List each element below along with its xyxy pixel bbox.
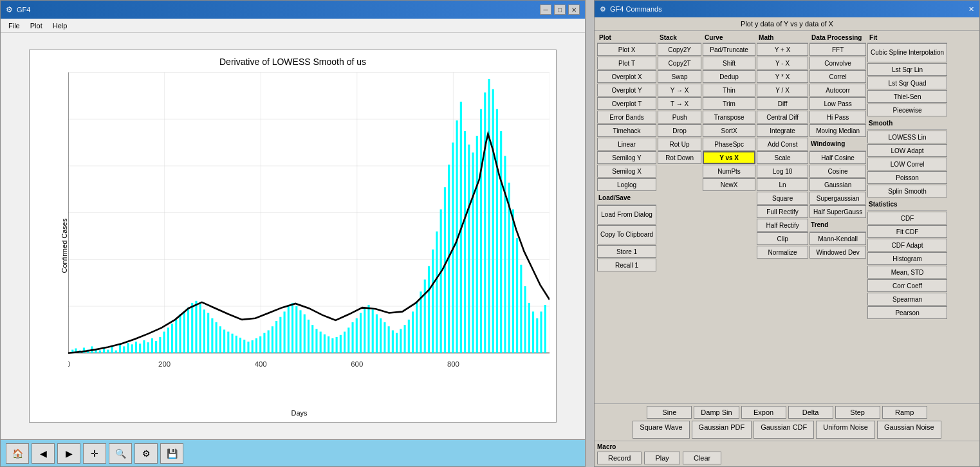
sortx-button[interactable]: SortX xyxy=(703,124,755,137)
push-button[interactable]: Push xyxy=(658,111,701,124)
cosine-button[interactable]: Cosine xyxy=(809,165,866,178)
half-rectify-button[interactable]: Half Rectify xyxy=(757,219,808,232)
mann-kendall-button[interactable]: Mann-Kendall xyxy=(809,232,866,245)
mean-std-button[interactable]: Mean, STD xyxy=(867,266,947,279)
central-diff-button[interactable]: Central Diff xyxy=(757,111,808,124)
linear-button[interactable]: Linear xyxy=(597,138,656,151)
cdf-button[interactable]: CDF xyxy=(867,212,947,224)
square-wave-button[interactable]: Square Wave xyxy=(633,421,689,439)
histogram-button[interactable]: Histogram xyxy=(867,252,947,265)
fft-button[interactable]: FFT xyxy=(809,43,866,56)
add-const-button[interactable]: Add Const xyxy=(757,138,808,151)
clear-button[interactable]: Clear xyxy=(683,452,721,464)
hi-pass-button[interactable]: Hi Pass xyxy=(809,111,866,124)
full-rectify-button[interactable]: Full Rectify xyxy=(757,205,808,218)
damp-sin-button[interactable]: Damp Sin xyxy=(694,406,739,419)
clip-button[interactable]: Clip xyxy=(757,232,808,245)
loglog-button[interactable]: Loglog xyxy=(597,178,656,191)
cdf-adapt-button[interactable]: CDF Adapt xyxy=(867,239,947,252)
t-to-x-button[interactable]: T → X xyxy=(658,97,701,110)
diff-button[interactable]: Diff xyxy=(757,97,808,110)
pad-truncate-button[interactable]: Pad/Truncate xyxy=(703,43,755,56)
gaussian-cdf-button[interactable]: Gaussian CDF xyxy=(753,421,814,439)
semilog-y-button[interactable]: Semilog Y xyxy=(597,151,656,164)
ramp-button[interactable]: Ramp xyxy=(882,406,927,419)
moving-median-button[interactable]: Moving Median xyxy=(809,124,866,137)
newx-button[interactable]: NewX xyxy=(703,178,755,191)
y-plus-x-button[interactable]: Y + X xyxy=(757,43,808,56)
plot-t-button[interactable]: Plot T xyxy=(597,57,656,69)
save-button[interactable]: 💾 xyxy=(160,443,183,464)
phasespc-button[interactable]: PhaseSpc xyxy=(703,138,755,151)
menu-help[interactable]: Help xyxy=(48,21,73,31)
right-close-button[interactable]: ✕ xyxy=(968,5,974,14)
y-times-x-button[interactable]: Y * X xyxy=(757,70,808,83)
error-bands-button[interactable]: Error Bands xyxy=(597,111,656,124)
square-button[interactable]: Square xyxy=(757,192,808,205)
pearson-button[interactable]: Pearson xyxy=(867,306,947,319)
swap-button[interactable]: Swap xyxy=(658,70,701,83)
minimize-button[interactable]: ─ xyxy=(540,5,551,15)
y-minus-x-button[interactable]: Y - X xyxy=(757,57,808,69)
expon-button[interactable]: Expon xyxy=(741,406,786,419)
low-pass-button[interactable]: Low Pass xyxy=(809,97,866,110)
lst-sqr-quad-button[interactable]: Lst Sqr Quad xyxy=(867,77,947,89)
convolve-button[interactable]: Convolve xyxy=(809,57,866,69)
load-from-dialog-button[interactable]: Load From Dialog xyxy=(597,205,656,224)
thin-button[interactable]: Thin xyxy=(703,84,755,96)
correl-button[interactable]: Correl xyxy=(809,70,866,83)
overplot-t-button[interactable]: Overplot T xyxy=(597,97,656,110)
transpose-button[interactable]: Transpose xyxy=(703,111,755,124)
record-button[interactable]: Record xyxy=(597,452,642,464)
step-button[interactable]: Step xyxy=(835,406,880,419)
lst-sqr-lin-button[interactable]: Lst Sqr Lin xyxy=(867,63,947,76)
y-div-x-button[interactable]: Y / X xyxy=(757,84,808,96)
half-supergauss-button[interactable]: Half SuperGauss xyxy=(809,205,866,218)
gaussian-pdf-button[interactable]: Gaussian PDF xyxy=(692,421,752,439)
spearman-button[interactable]: Spearman xyxy=(867,293,947,306)
ln-button[interactable]: Ln xyxy=(757,178,808,191)
scale-button[interactable]: Scale xyxy=(757,151,808,164)
fit-cdf-button[interactable]: Fit CDF xyxy=(867,225,947,238)
zoom-button[interactable]: 🔍 xyxy=(109,443,132,464)
rot-down-button[interactable]: Rot Down xyxy=(658,151,701,164)
play-button[interactable]: Play xyxy=(644,452,680,464)
half-cosine-button[interactable]: Half Cosine xyxy=(809,151,866,164)
copy-to-clipboard-button[interactable]: Copy To Clipboard xyxy=(597,225,656,244)
crosshair-button[interactable]: ✛ xyxy=(83,443,106,464)
splin-smooth-button[interactable]: Splin Smooth xyxy=(867,185,947,197)
lowess-lin-button[interactable]: LOWESS Lin xyxy=(867,131,947,143)
semilog-x-button[interactable]: Semilog X xyxy=(597,165,656,178)
poisson-button[interactable]: Poisson xyxy=(867,171,947,184)
forward-button[interactable]: ▶ xyxy=(57,443,80,464)
numpts-button[interactable]: NumPts xyxy=(703,165,755,178)
corr-coeff-button[interactable]: Corr Coeff xyxy=(867,279,947,292)
piecewise-button[interactable]: Piecewise xyxy=(867,104,947,116)
drop-button[interactable]: Drop xyxy=(658,124,701,137)
shift-button[interactable]: Shift xyxy=(703,57,755,69)
recall1-button[interactable]: Recall 1 xyxy=(597,259,656,271)
sine-button[interactable]: Sine xyxy=(647,406,692,419)
rot-up-button[interactable]: Rot Up xyxy=(658,138,701,151)
gaussian-windowing-button[interactable]: Gaussian xyxy=(809,178,866,191)
overplot-y-button[interactable]: Overplot Y xyxy=(597,84,656,96)
uniform-noise-button[interactable]: Uniform Noise xyxy=(816,421,875,439)
log10-button[interactable]: Log 10 xyxy=(757,165,808,178)
delta-button[interactable]: Delta xyxy=(788,406,833,419)
settings-button[interactable]: ⚙ xyxy=(134,443,158,464)
autocorr-button[interactable]: Autocorr xyxy=(809,84,866,96)
supergaussian-button[interactable]: Supergaussian xyxy=(809,192,866,205)
maximize-button[interactable]: □ xyxy=(554,5,566,15)
cubic-spline-button[interactable]: Cubic Spline Interpolation xyxy=(867,43,947,62)
low-adapt-button[interactable]: LOW Adapt xyxy=(867,144,947,157)
low-correl-button[interactable]: LOW Correl xyxy=(867,158,947,170)
normalize-button[interactable]: Normalize xyxy=(757,246,808,259)
trim-button[interactable]: Trim xyxy=(703,97,755,110)
windowed-dev-button[interactable]: Windowed Dev xyxy=(809,246,866,259)
y-to-x-button[interactable]: Y → X xyxy=(658,84,701,96)
integrate-button[interactable]: Integrate xyxy=(757,124,808,137)
overplot-x-button[interactable]: Overplot X xyxy=(597,70,656,83)
timehack-button[interactable]: Timehack xyxy=(597,124,656,137)
close-button[interactable]: ✕ xyxy=(568,5,580,15)
home-button[interactable]: 🏠 xyxy=(6,443,29,464)
